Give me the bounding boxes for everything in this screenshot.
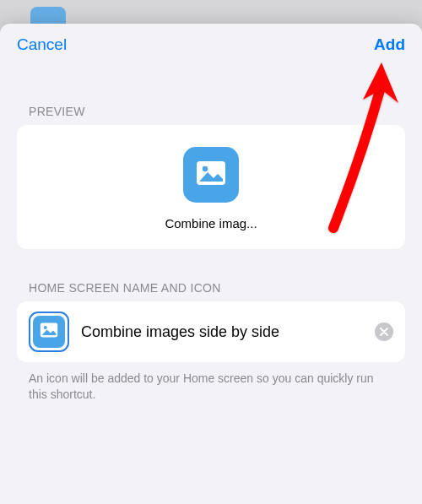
photo-icon xyxy=(39,320,59,344)
navbar: Cancel Add xyxy=(0,24,422,64)
add-button[interactable]: Add xyxy=(374,35,405,54)
footer-note: An icon will be added to your Home scree… xyxy=(29,371,393,403)
photo-icon xyxy=(194,156,228,193)
name-section-header: HOME SCREEN NAME AND ICON xyxy=(29,281,405,295)
preview-section-header: PREVIEW xyxy=(29,105,405,118)
clear-text-button[interactable] xyxy=(375,322,393,341)
svg-point-3 xyxy=(44,326,47,329)
icon-picker-button[interactable] xyxy=(29,312,69,352)
background-app-icon xyxy=(30,7,66,24)
close-icon xyxy=(380,326,388,339)
preview-label: Combine imag... xyxy=(165,216,257,230)
name-input[interactable] xyxy=(81,323,363,341)
modal-sheet: Cancel Add PREVIEW Combine imag... HOME … xyxy=(0,24,422,504)
cancel-button[interactable]: Cancel xyxy=(17,35,67,54)
svg-point-1 xyxy=(203,166,208,171)
preview-card: Combine imag... xyxy=(17,125,405,249)
name-card xyxy=(17,301,405,362)
preview-app-icon xyxy=(183,147,239,203)
